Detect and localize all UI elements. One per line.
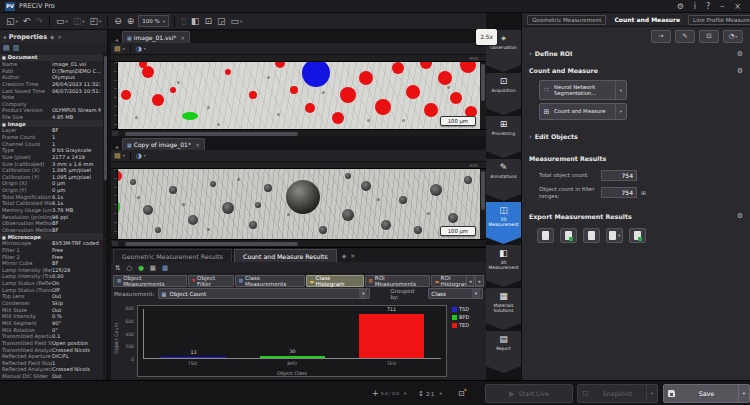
tab-line-profile-measurement[interactable]: Line Profile Measurement (688, 15, 750, 25)
pixel-ratio-control[interactable]: ↕ 2:1 ▾ (418, 381, 442, 405)
neural-network-segmentation-button[interactable]: ∷ Neural Network Segmentation... ▾ (539, 80, 627, 100)
save-button[interactable]: Save ▾ (663, 384, 750, 403)
gear-icon[interactable]: ⚙ (737, 67, 743, 75)
help-icon[interactable]: ? (706, 2, 710, 11)
count-and-measure-button[interactable]: ⊞ Count and Measure ▾ (539, 103, 627, 120)
property-row[interactable]: Channel Count 1 (0, 140, 103, 147)
layout-single-button[interactable]: ▯ (180, 14, 187, 28)
tab-geometric-measurement-results[interactable]: Geometric Measurement Results (113, 249, 232, 262)
tab-scroll-left-icon[interactable]: ◂ (113, 36, 120, 43)
property-row[interactable]: Condenser Skip (0, 300, 103, 307)
color-picker-button[interactable]: ◔▾ (723, 30, 743, 43)
tab-scroll-left-icon[interactable]: ◂ (466, 275, 475, 286)
zoom-level-select[interactable]: 100 %▾ (138, 15, 169, 27)
property-row[interactable]: Lamp Status (Transm... Off (0, 286, 103, 293)
zoom-out-button[interactable]: ⊖ (113, 14, 123, 28)
display-mode-selector[interactable]: ◑▾ (136, 152, 146, 160)
sidebar-item-materials-solutions[interactable]: ▦ Materials Solutions (486, 288, 521, 330)
property-row[interactable]: Reflected Aperture St... DIC/FL (0, 353, 103, 360)
chevron-down-icon[interactable]: ▾ (646, 385, 657, 402)
property-row[interactable]: Filter 2 Free (0, 253, 103, 260)
property-row[interactable]: Total Calibrated Mag... 6.1x (0, 200, 103, 207)
property-row[interactable]: Origin (X) 0 µm (0, 180, 103, 187)
sidebar-item-processing[interactable]: ⊞ Processing (486, 116, 521, 158)
define-roi-section[interactable]: › Define ROI ⚙ (529, 47, 743, 60)
property-row[interactable]: Note (0, 94, 103, 101)
property-row[interactable]: Layer BF (0, 127, 103, 134)
pan-corner-icon[interactable] (112, 131, 118, 136)
property-row[interactable]: Top Lens Out (0, 293, 103, 300)
property-row[interactable]: Name image_01.vsi (0, 61, 103, 68)
transform-tool-button[interactable]: ◰▾ (88, 14, 102, 28)
copy-tool-button[interactable]: ◫▾ (72, 14, 86, 28)
property-row[interactable]: Lamp Intensity (Refle... 125/28 (0, 267, 103, 274)
tab-count-and-measure-results[interactable]: Count and Measure Results (234, 249, 337, 262)
snapshot-gallery-button[interactable]: ⊡ * (458, 381, 467, 405)
select-tool-button[interactable]: ▭▾ (55, 14, 69, 28)
settings-icon[interactable]: ⚙ (677, 2, 684, 11)
sidebar-item-acquisition[interactable]: ⊡ Acquisition (486, 73, 521, 115)
property-row[interactable]: Path D:\Temp\DEMO C... (0, 67, 103, 74)
property-row[interactable]: Observation Method BF (0, 220, 103, 227)
property-row[interactable]: Reflected Field Stop 1 (0, 359, 103, 366)
tab-class-measurements[interactable]: ▦ Class Measurements (235, 275, 305, 287)
close-button[interactable]: × (734, 2, 741, 11)
horizontal-scrollbar[interactable] (111, 239, 486, 246)
close-icon[interactable]: × (180, 34, 185, 41)
edit-objects-section[interactable]: › Edit Objects (529, 130, 743, 143)
deselect-button[interactable]: ○ (125, 263, 133, 273)
property-row[interactable]: Lamp Status (Reflect... On (0, 280, 103, 287)
property-row[interactable]: File Size 4.85 MB (0, 114, 103, 121)
property-row[interactable]: MIX Intensity 0 % (0, 313, 103, 320)
sidebar-item-2d-measurement[interactable]: ◫ 2D Measurement (486, 202, 521, 244)
close-icon[interactable]: × (195, 141, 200, 148)
grouped-by-select[interactable]: Class ▾ (428, 288, 483, 299)
redo-button[interactable]: ↷ (34, 14, 44, 28)
property-row[interactable]: Size (pixel) 2177 x 1419 (0, 154, 103, 161)
viewer-canvas-2[interactable]: 100 µm (118, 169, 480, 239)
collapse-panel-icon[interactable]: ◂ (3, 34, 6, 40)
property-row[interactable]: Resolution (printing) 96 ppi (0, 213, 103, 220)
properties-scrollbar[interactable] (103, 54, 107, 380)
close-icon[interactable]: × (57, 34, 62, 40)
scrollbar-thumb[interactable] (104, 56, 107, 180)
property-row[interactable]: Calibration (Y) 1.095 µm/pixel (0, 174, 103, 181)
pan-corner-icon[interactable] (112, 241, 118, 246)
property-row[interactable]: Transmitted Field Stop Open position (0, 340, 103, 347)
minimize-button[interactable]: – (720, 2, 724, 11)
layer-selector[interactable]: ▤▾ (114, 152, 125, 160)
export-workbook-button[interactable] (629, 228, 646, 243)
tab-copy-of-image-01[interactable]: ▦ Copy of image_01* × (122, 138, 205, 150)
monitor-button[interactable]: ▭▾ (230, 14, 244, 28)
zoom-in-button[interactable]: ⊕ (126, 14, 136, 28)
export-report-button[interactable]: ▾ (606, 228, 623, 243)
fullscreen-button[interactable]: ◲ (216, 14, 227, 28)
export-data-button[interactable] (537, 228, 554, 243)
layout-split-button[interactable]: ◧ (190, 14, 201, 28)
property-row[interactable]: Frame Count 1 (0, 134, 103, 141)
properties-category-icon[interactable]: ▥ (13, 44, 20, 52)
edit-filter-ranges-button[interactable]: ⊞ (641, 189, 646, 196)
class-color-button[interactable]: ● (137, 263, 145, 273)
image-view-button[interactable]: ▩ (161, 263, 169, 273)
property-row[interactable]: Calibration (X) 1.095 µm/pixel (0, 167, 103, 174)
property-row[interactable]: Creation Time 26/04/2023 11:32:26 (0, 81, 103, 88)
property-row[interactable]: Last Saved Time 06/07/2023 10:51:32 (0, 87, 103, 94)
export-excel-button[interactable] (560, 228, 577, 243)
tab-image-01[interactable]: ▦ image_01.vsi* × (122, 31, 190, 43)
scrollbar-thumb[interactable] (125, 242, 298, 246)
properties-view-icon[interactable]: ▤ (3, 44, 10, 52)
tab-object-measurements[interactable]: ▦ Object Measurements (113, 275, 187, 287)
tab-geometric-measurement[interactable]: Geometric Measurement (527, 15, 606, 25)
tab-scroll-right-icon[interactable]: ▸ (475, 275, 484, 286)
property-row[interactable]: Author Olympus (0, 74, 103, 81)
horizontal-scrollbar[interactable] (111, 129, 486, 136)
pin-icon[interactable]: ◈ (50, 34, 54, 40)
scrollbar-thumb[interactable] (125, 132, 298, 136)
property-row[interactable]: Type 8 bit Grayscale (0, 147, 103, 154)
gear-icon[interactable]: ⚙ (737, 50, 743, 58)
property-row[interactable]: Microscope BX53M-TRF coded (0, 240, 103, 247)
edit-measurement-button[interactable]: ✎ (675, 30, 695, 43)
property-row[interactable]: Transmitted Analyzer Crossed Nicols (0, 346, 103, 353)
chevron-down-icon[interactable]: ▾ (738, 385, 749, 402)
